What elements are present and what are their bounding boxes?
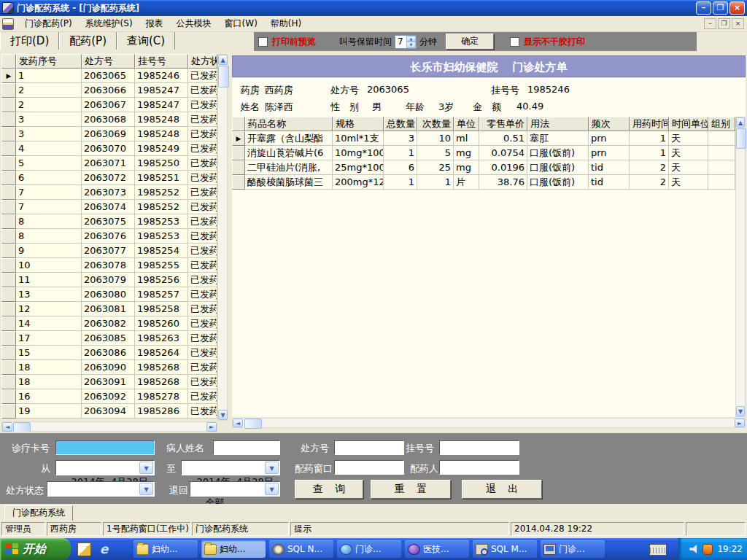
drug-header[interactable]: 时间单位	[669, 117, 708, 131]
return-dropdown[interactable]: 全部 ▼	[190, 481, 280, 497]
header-reg[interactable]: 挂号号	[135, 54, 188, 69]
volume-icon[interactable]	[689, 545, 699, 553]
table-row[interactable]: 10 2063078 1985255 已发药	[1, 258, 217, 273]
sticker-print-checkbox[interactable]	[510, 37, 519, 47]
card-input[interactable]	[55, 440, 155, 455]
table-row[interactable]: 1 2063065 1985246 已发药	[1, 69, 217, 83]
scroll-up-icon[interactable]: ▲	[736, 117, 745, 128]
drug-header[interactable]: 频次	[589, 117, 630, 131]
table-row[interactable]: 8 2063076 1985253 已发药	[1, 229, 217, 244]
scroll-thumb[interactable]	[218, 66, 229, 88]
task-button[interactable]: SQL M...	[473, 540, 537, 558]
header-rx[interactable]: 处方号	[82, 54, 135, 69]
mdi-minimize-button[interactable]: –	[704, 18, 716, 29]
table-row[interactable]: 8 2063075 1985253 已发药	[1, 214, 217, 229]
table-row[interactable]: 4 2063070 1985249 已发药	[1, 141, 217, 156]
task-button[interactable]: SQL N...	[269, 540, 333, 558]
date-from-picker[interactable]: 2014年 4月28日 ▼	[55, 460, 155, 475]
dispenser-input[interactable]	[439, 460, 519, 475]
drug-header[interactable]: 规格	[333, 117, 384, 131]
table-row[interactable]: 18 2063091 1985268 已发药	[1, 375, 217, 389]
dispatch-horizontal-scrollbar[interactable]: ◄ ►	[1, 421, 217, 432]
table-row[interactable]: 二甲硅油片(消胀, 25mg*100片 6 25 mg 0.0196 口服(饭前…	[232, 160, 735, 175]
mail-app-icon[interactable]	[77, 542, 91, 556]
drug-header[interactable]: 用法	[527, 117, 589, 131]
task-button[interactable]: 门诊...	[541, 540, 605, 558]
table-row[interactable]: 12 2063081 1985258 已发药	[1, 302, 217, 316]
chevron-down-icon[interactable]: ▼	[265, 483, 279, 495]
table-row[interactable]: 14 2063082 1985260 已发药	[1, 316, 217, 331]
task-button[interactable]: 妇幼...	[133, 540, 198, 558]
internet-explorer-icon[interactable]: e	[98, 543, 110, 556]
scroll-down-icon[interactable]: ▼	[736, 406, 745, 416]
table-row[interactable]: 酪酸梭菌肠球菌三 200mg*12片 1 1 片 38.76 口服(饭前) ti…	[232, 175, 735, 190]
spinner-down-icon[interactable]: ▼	[406, 42, 416, 48]
task-button[interactable]: 妇幼...	[201, 540, 266, 558]
menu-item[interactable]: 帮助(H)	[264, 16, 308, 31]
table-row[interactable]: 18 2063090 1985268 已发药	[1, 360, 217, 375]
table-row[interactable]: 开塞露（含山梨酯 10ml*1支 3 10 ml 0.51 塞肛 prn 1 天	[232, 131, 735, 146]
task-button[interactable]: 门诊...	[337, 540, 401, 558]
drug-header[interactable]: 零售单价	[479, 117, 527, 131]
alert-icon[interactable]	[703, 544, 713, 555]
drug-header[interactable]: 组别	[708, 117, 735, 131]
window-input[interactable]	[334, 460, 404, 475]
top-tab[interactable]: 配药(P)	[59, 32, 117, 50]
date-to-picker[interactable]: 2014年 4月28日 ▼	[181, 460, 280, 475]
start-button[interactable]: 开始	[0, 538, 71, 560]
scroll-right-icon[interactable]: ►	[735, 419, 745, 427]
drug-vertical-scrollbar[interactable]: ▲ ▼	[735, 117, 746, 417]
mdi-close-button[interactable]: ×	[732, 18, 744, 29]
table-row[interactable]: 11 2063079 1985256 已发药	[1, 273, 217, 287]
table-row[interactable]: 6 2063072 1985251 已发药	[1, 171, 217, 185]
exit-button[interactable]: 退 出	[462, 480, 542, 499]
dispatch-vertical-scrollbar[interactable]: ▲ ▼	[217, 54, 228, 421]
table-row[interactable]: 7 2063074 1985252 已发药	[1, 200, 217, 214]
mdi-restore-button[interactable]: ❐	[718, 18, 730, 29]
task-button[interactable]: 医技...	[405, 540, 469, 558]
scroll-thumb[interactable]	[244, 419, 262, 429]
table-row[interactable]: 15 2063086 1985264 已发药	[1, 346, 217, 360]
table-row[interactable]: 17 2063085 1985263 已发药	[1, 331, 217, 346]
drug-header[interactable]: 次数量	[417, 117, 454, 131]
table-row[interactable]: 3 2063069 1985248 已发药	[1, 127, 217, 141]
drug-header[interactable]: 总数量	[384, 117, 417, 131]
reg-input[interactable]	[439, 440, 519, 455]
scroll-left-icon[interactable]: ◄	[233, 419, 243, 427]
menu-item[interactable]: 公共模块	[170, 16, 218, 31]
spinner-up-icon[interactable]: ▲	[406, 36, 416, 42]
keyboard-layout-icon[interactable]	[649, 544, 667, 556]
patient-input[interactable]	[213, 440, 280, 455]
top-tab[interactable]: 打印(D)	[0, 32, 59, 50]
keep-time-spinner[interactable]: 7 ▲ ▼	[395, 35, 417, 49]
chevron-down-icon[interactable]: ▼	[139, 462, 153, 474]
menu-item[interactable]: 系统维护(S)	[79, 16, 139, 31]
scroll-down-icon[interactable]: ▼	[218, 410, 228, 420]
drug-header[interactable]: 药品名称	[245, 117, 333, 131]
table-row[interactable]: 3 2063068 1985248 已发药	[1, 112, 217, 127]
header-seq[interactable]: 发药序号	[16, 54, 82, 69]
restore-button[interactable]: ❐	[713, 1, 728, 15]
table-row[interactable]: 16 2063092 1985278 已发药	[1, 389, 217, 404]
table-row[interactable]: 5 2063071 1985250 已发药	[1, 156, 217, 171]
chevron-down-icon[interactable]: ▼	[265, 462, 279, 474]
top-tab[interactable]: 查询(C)	[117, 32, 175, 50]
status-dropdown[interactable]: ▼	[47, 481, 155, 497]
drug-header[interactable]: 单位	[454, 117, 479, 131]
table-row[interactable]: 7 2063073 1985252 已发药	[1, 185, 217, 200]
drug-horizontal-scrollbar[interactable]: ◄ ►	[232, 418, 746, 428]
scroll-right-icon[interactable]: ►	[206, 422, 217, 432]
scroll-up-icon[interactable]: ▲	[218, 55, 228, 65]
mdi-tab[interactable]: 门诊配药系统	[4, 505, 73, 521]
minimize-button[interactable]: –	[696, 1, 711, 15]
table-row[interactable]: 消旋山莨菪碱片(6 10mg*100片 1 5 mg 0.0754 口服(饭前)…	[232, 146, 735, 160]
table-row[interactable]: 19 2063094 1985286 已发药	[1, 404, 217, 419]
ok-button[interactable]: 确定	[446, 34, 494, 50]
drug-header[interactable]: 用药时间	[630, 117, 669, 131]
reset-button[interactable]: 重 置	[371, 480, 451, 499]
menu-item[interactable]: 报表	[139, 16, 170, 31]
menu-item[interactable]: 门诊配药(P)	[18, 16, 79, 31]
table-row[interactable]: 9 2063077 1985254 已发药	[1, 244, 217, 258]
chevron-down-icon[interactable]: ▼	[139, 483, 153, 495]
table-row[interactable]: 2 2063067 1985247 已发药	[1, 98, 217, 112]
